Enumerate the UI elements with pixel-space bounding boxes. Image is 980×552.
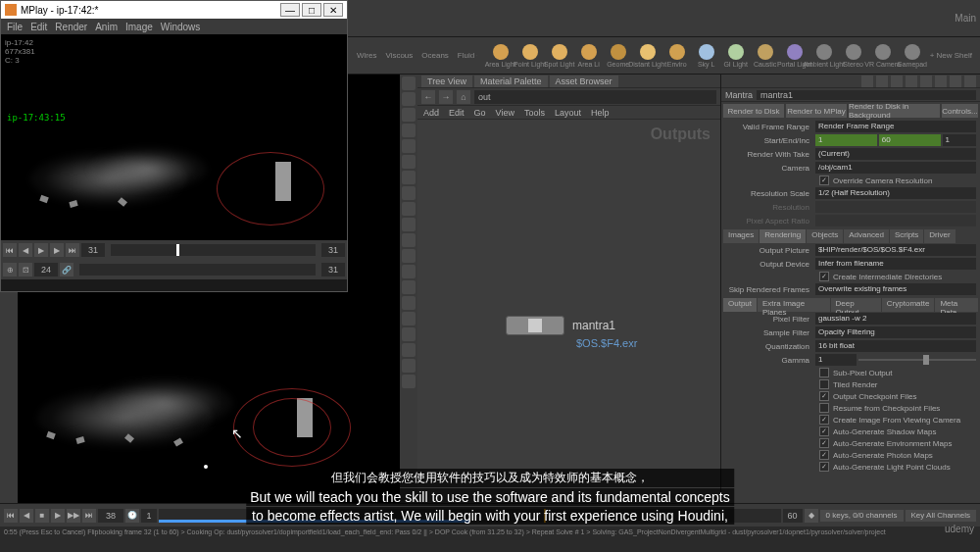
checkbox[interactable] [819, 403, 829, 413]
shelf-tab[interactable]: Fluid C [454, 50, 477, 61]
display-option-icon[interactable] [402, 171, 416, 184]
mplay-window[interactable]: MPlay - ip-17:42:* — □ ✕ File Edit Rende… [0, 0, 348, 292]
shelf-tool[interactable]: Point Light [518, 41, 542, 71]
checkbox[interactable] [819, 368, 829, 377]
maximize-button[interactable]: □ [302, 3, 321, 17]
gamma-slider[interactable] [858, 359, 976, 361]
take-dropdown[interactable]: (Current) [815, 148, 976, 160]
minimize-button[interactable]: — [280, 3, 300, 17]
link-button[interactable]: 🔗 [60, 263, 74, 276]
subtab-crypto[interactable]: Cryptomatte [882, 298, 935, 312]
create-dirs-checkbox[interactable]: ✓ [819, 272, 829, 281]
net-menu-help[interactable]: Help [591, 108, 610, 118]
display-option-icon[interactable] [402, 155, 416, 169]
display-option-icon[interactable] [402, 139, 416, 153]
end-frame-field[interactable]: 60 [879, 134, 941, 146]
stop-button[interactable]: ■ [35, 509, 49, 523]
display-option-icon[interactable] [402, 359, 416, 373]
net-menu-layout[interactable]: Layout [555, 108, 581, 118]
display-option-icon[interactable] [402, 296, 416, 310]
shelf-tool[interactable]: Enviro [665, 41, 689, 71]
shelf-tab[interactable]: Viscous [381, 50, 416, 61]
display-option-icon[interactable] [402, 186, 416, 200]
back-button[interactable]: ← [421, 90, 435, 104]
param-tool-icon[interactable] [920, 75, 932, 87]
play-button[interactable]: ▶ [34, 243, 48, 257]
res-scale-dropdown[interactable]: 1/2 (Half Resolution) [815, 187, 976, 199]
param-tool-icon[interactable] [891, 75, 903, 87]
display-option-icon[interactable] [402, 76, 416, 90]
render-to-mplay-button[interactable]: Render to MPlay [786, 104, 847, 118]
last-frame-button[interactable]: ⏭ [66, 243, 79, 257]
checkbox[interactable]: ✓ [819, 415, 829, 425]
controls-button[interactable]: Controls... [942, 104, 978, 118]
display-option-icon[interactable] [402, 218, 416, 231]
shelf-tool[interactable]: Stereo [842, 41, 865, 71]
param-tool-icon[interactable] [935, 75, 947, 87]
subtab-meta[interactable]: Meta Data [935, 298, 978, 312]
tab-objects[interactable]: Objects [807, 229, 843, 243]
prev-frame-button[interactable]: ◀ [19, 243, 32, 257]
tab-advanced[interactable]: Advanced [844, 229, 889, 243]
display-option-icon[interactable] [402, 108, 416, 122]
realtime-button[interactable]: 🕐 [125, 509, 139, 523]
key-all-button[interactable]: Key All Channels [906, 510, 976, 522]
node-mantra1[interactable]: mantra1 [506, 316, 615, 335]
start-frame-field[interactable]: 1 [815, 134, 877, 146]
new-shelf-button[interactable]: + New Shelf [926, 50, 976, 61]
start-frame-field[interactable]: 1 [141, 509, 157, 523]
tab-driver[interactable]: Driver [924, 229, 955, 243]
net-menu-view[interactable]: View [496, 108, 514, 118]
network-canvas[interactable]: Outputs mantra1 $OS.$F4.exr [417, 120, 720, 503]
next-frame-button[interactable]: ▶▶ [67, 509, 80, 523]
shelf-tool[interactable]: Caustic [754, 41, 777, 71]
quantization-dropdown[interactable]: 16 bit float [815, 340, 976, 352]
override-res-checkbox[interactable]: ✓ [819, 176, 829, 185]
display-option-icon[interactable] [402, 375, 416, 388]
sample-filter-dropdown[interactable]: Opacity Filtering [815, 326, 976, 338]
last-frame-button[interactable]: ⏭ [82, 509, 96, 523]
checkbox[interactable]: ✓ [819, 427, 829, 436]
fit-button[interactable]: ⊡ [19, 263, 32, 276]
net-menu-tools[interactable]: Tools [524, 108, 545, 118]
checkbox[interactable]: ✓ [819, 438, 829, 448]
shelf-tool[interactable]: GI Light [724, 41, 748, 71]
mplay-menu-render[interactable]: Render [55, 22, 87, 32]
display-option-icon[interactable] [402, 265, 416, 278]
shelf-tool[interactable]: Geome [607, 41, 630, 71]
valid-frame-dropdown[interactable]: Render Frame Range [815, 121, 976, 132]
tab-scripts[interactable]: Scripts [890, 229, 923, 243]
channels-info[interactable]: 0 keys, 0/0 channels [820, 510, 904, 522]
current-frame-field[interactable]: 38 [98, 509, 123, 523]
param-tool-icon[interactable] [950, 75, 961, 87]
forward-button[interactable]: → [439, 90, 453, 104]
subtab-extra[interactable]: Extra Image Planes [758, 298, 830, 312]
gear-icon[interactable] [964, 75, 976, 87]
shelf-tab[interactable]: Wires [353, 50, 380, 61]
display-option-icon[interactable] [402, 124, 416, 137]
mplay-playhead[interactable] [176, 244, 179, 256]
play-button[interactable]: ▶ [51, 509, 65, 523]
play-back-button[interactable]: ◀ [20, 509, 33, 523]
gamma-field[interactable]: 1 [815, 354, 857, 366]
mplay-titlebar[interactable]: MPlay - ip-17:42:* — □ ✕ [1, 1, 347, 19]
display-option-icon[interactable] [402, 312, 416, 326]
mplay-track2[interactable] [79, 264, 316, 276]
mplay-menu-image[interactable]: Image [125, 22, 153, 32]
net-menu-go[interactable]: Go [474, 108, 486, 118]
tab-rendering[interactable]: Rendering [760, 229, 806, 243]
display-option-icon[interactable] [402, 280, 416, 294]
display-option-icon[interactable] [402, 233, 416, 247]
render-to-disk-button[interactable]: Render to Disk [723, 104, 784, 118]
skip-frames-dropdown[interactable]: Overwrite existing frames [815, 283, 976, 295]
zoom-button[interactable]: ⊕ [3, 263, 17, 276]
network-tab[interactable]: Material Palette [474, 75, 548, 87]
next-frame-button[interactable]: ▶ [50, 243, 64, 257]
first-frame-button[interactable]: ⏮ [3, 243, 17, 257]
home-icon[interactable]: ⌂ [457, 90, 470, 104]
param-tool-icon[interactable] [906, 75, 917, 87]
shelf-tool[interactable]: Distant Light [636, 41, 660, 71]
mplay-frame2-field[interactable]: 24 [34, 263, 58, 276]
subtab-deep[interactable]: Deep Output [831, 298, 881, 312]
node-name-field[interactable]: mantra1 [757, 90, 976, 100]
